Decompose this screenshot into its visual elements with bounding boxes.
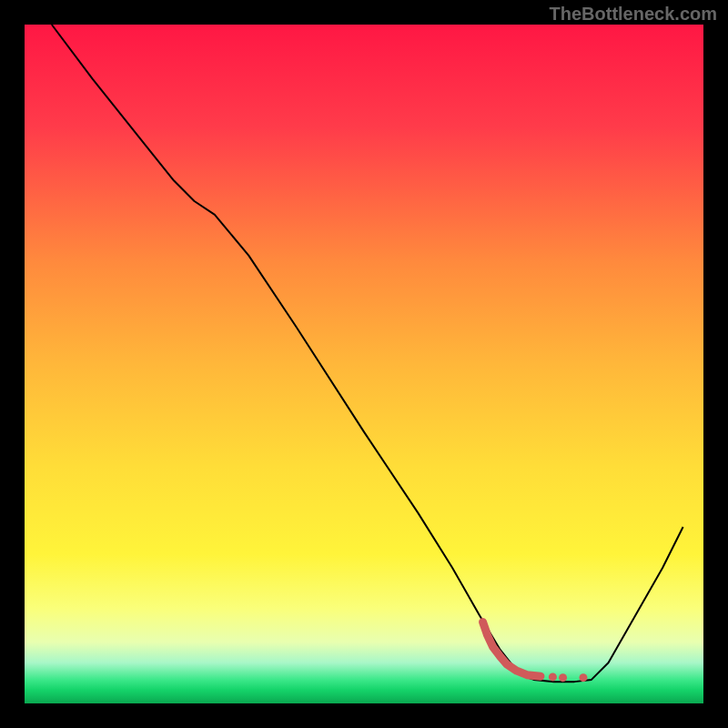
watermark-text: TheBottleneck.com: [550, 4, 717, 25]
chart-container: TheBottleneck.com: [0, 0, 728, 728]
chart-svg: [0, 0, 728, 728]
accent-dot: [579, 673, 587, 682]
gradient-background: [25, 25, 703, 703]
accent-dot: [549, 672, 557, 681]
accent-dot: [559, 673, 567, 682]
